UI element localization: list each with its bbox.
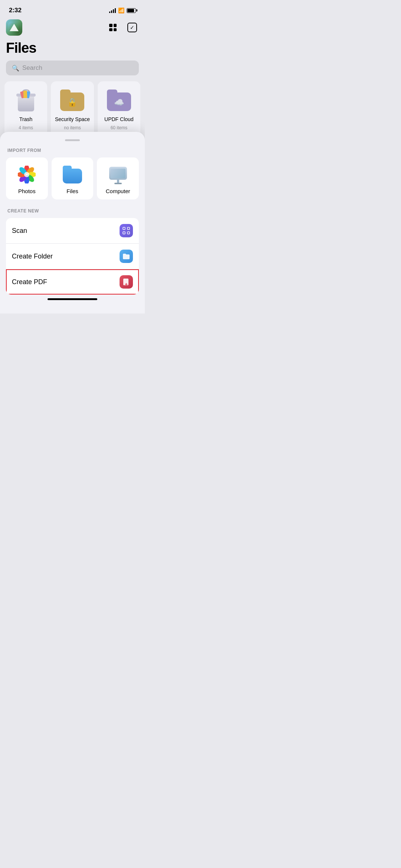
photos-label: Photos [18,188,36,194]
home-indicator [48,298,97,300]
app-logo [6,19,22,36]
svg-rect-32 [127,227,130,230]
app-header: ✓ [0,18,145,39]
files-label: Files [66,188,78,194]
bottom-sheet: IMPORT FROM Photos [0,132,145,313]
status-icons: 📶 [109,7,136,13]
computer-label: Computer [106,188,130,194]
security-count: no items [64,125,81,130]
trash-name: Trash [19,116,32,122]
header-actions: ✓ [106,21,139,34]
cloud-name: UPDF Cloud [104,116,134,122]
photos-icon [17,165,36,184]
svg-rect-34 [127,232,130,234]
scan-label: Scan [12,227,27,235]
signal-icon [109,8,116,13]
create-section-label: CREATE NEW [6,208,139,214]
wifi-icon: 📶 [118,7,124,13]
svg-rect-6 [23,90,27,98]
cloud-icon: ☁️ [106,87,132,113]
create-folder-button[interactable]: Create Folder [6,244,139,269]
logo-svg [8,22,20,33]
battery-icon [127,8,136,13]
status-bar: 2:32 📶 [0,0,145,18]
grid-view-button[interactable] [106,21,120,34]
status-time: 2:32 [9,7,22,14]
computer-import-button[interactable]: Computer [97,157,139,199]
import-grid: Photos Files [6,157,139,199]
import-section-label: IMPORT FROM [6,148,139,153]
scan-button[interactable]: Scan [6,218,139,244]
create-folder-label: Create Folder [12,253,53,260]
svg-rect-31 [123,227,125,230]
search-icon: 🔍 [12,65,19,72]
search-placeholder: Search [22,64,42,72]
search-bar[interactable]: 🔍 Search [6,61,139,75]
sheet-handle [65,139,80,141]
photos-import-button[interactable]: Photos [6,157,48,199]
security-name: Security Space [55,116,90,122]
scan-action-icon [120,224,133,237]
check-icon: ✓ [127,23,137,32]
files-icon [63,165,82,184]
select-button[interactable]: ✓ [125,21,139,34]
create-pdf-label: Create PDF [12,278,47,286]
create-pdf-action-icon [120,275,133,289]
security-icon: 🔒 [59,87,85,113]
grid-icon [109,24,117,31]
trash-icon [13,87,39,113]
trash-count: 4 items [19,125,33,130]
create-new-list: Scan Create Folder Create PDF [6,218,139,295]
files-import-button[interactable]: Files [52,157,94,199]
page-title: Files [0,39,145,61]
computer-icon [108,165,128,184]
cloud-count: 60 items [111,125,127,130]
create-folder-action-icon [120,250,133,263]
svg-point-30 [24,172,29,177]
svg-rect-33 [123,232,125,234]
create-pdf-button[interactable]: Create PDF [6,269,139,295]
